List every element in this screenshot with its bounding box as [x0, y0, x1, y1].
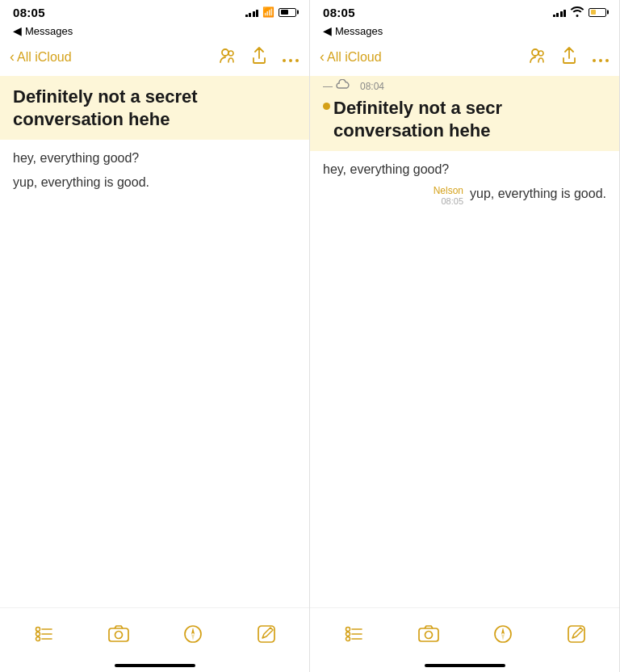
- svg-point-20: [599, 59, 602, 62]
- pencil-icon-left[interactable]: [258, 625, 275, 643]
- note-message-1-left: hey, everything good?: [13, 149, 296, 167]
- svg-point-24: [346, 627, 350, 631]
- back-arrow-icon-left: ◀: [13, 24, 22, 37]
- svg-marker-32: [501, 634, 505, 640]
- status-icons-left: 📶: [245, 6, 297, 18]
- checklist-icon-right[interactable]: [344, 624, 363, 644]
- nav-back-left[interactable]: ‹ All iCloud: [10, 49, 72, 65]
- svg-rect-11: [109, 628, 128, 641]
- nav-icons-right: [529, 47, 610, 69]
- dash-icon: —: [323, 81, 333, 92]
- messages-back-label-right: Messages: [335, 25, 383, 37]
- timestamp-icons: —: [323, 79, 350, 94]
- sender-name-right: Nelson: [434, 185, 463, 196]
- status-bar-right: 08:05: [310, 0, 619, 23]
- nav-back-right[interactable]: ‹ All iCloud: [320, 49, 382, 65]
- all-icloud-label-left[interactable]: All iCloud: [17, 50, 72, 65]
- chevron-left-icon-left: ‹: [10, 48, 15, 65]
- battery-icon-right: [589, 8, 606, 17]
- note-content-left: hey, everything good? yup, everything is…: [0, 140, 309, 208]
- svg-marker-15: [191, 634, 195, 640]
- messages-back-label-left: Messages: [25, 25, 73, 37]
- all-icloud-label-right[interactable]: All iCloud: [327, 50, 382, 65]
- back-arrow-icon-right: ◀: [323, 24, 332, 37]
- svg-point-18: [538, 51, 543, 56]
- people-icon-left[interactable]: [219, 48, 237, 68]
- messages-back-right[interactable]: ◀ Messages: [310, 23, 619, 40]
- online-dot: [323, 103, 330, 110]
- note-header-right: — 08:04 Definitely not a secr conversati…: [310, 76, 619, 151]
- signal-bars-left: [245, 8, 259, 17]
- camera-icon-left[interactable]: [108, 625, 129, 643]
- svg-point-26: [346, 636, 350, 640]
- note-title-right: Definitely not a secr conversation hehe: [333, 97, 502, 141]
- sender-time-right: 08:05: [434, 196, 463, 206]
- svg-marker-31: [501, 628, 505, 634]
- share-icon-right[interactable]: [561, 47, 577, 69]
- svg-point-21: [605, 59, 609, 62]
- note-message-1-right: hey, everything good?: [323, 161, 606, 178]
- svg-point-17: [532, 49, 538, 56]
- note-title-left: Definitely not a secret conversation heh…: [13, 86, 296, 130]
- messages-back-left[interactable]: ◀ Messages: [0, 23, 309, 40]
- svg-point-29: [425, 631, 432, 638]
- svg-point-7: [36, 627, 40, 631]
- wifi-icon-left: 📶: [262, 6, 274, 18]
- status-icons-right: [553, 6, 607, 19]
- svg-point-0: [222, 49, 228, 56]
- cloud-sync-icon: [336, 79, 350, 94]
- battery-icon-left: [279, 8, 296, 17]
- note-message-2-right: yup, everything is good.: [470, 185, 606, 203]
- signal-bars-right: [553, 8, 567, 17]
- home-indicator-right: [425, 664, 505, 667]
- wifi-icon-right: [570, 6, 584, 19]
- note-message-2-left: yup, everything is good.: [13, 174, 296, 191]
- pencil-icon-right[interactable]: [568, 625, 585, 643]
- more-icon-right[interactable]: [592, 48, 610, 67]
- svg-point-5: [36, 632, 40, 636]
- nav-bar-right: ‹ All iCloud: [310, 40, 619, 76]
- nav-icons-left: [219, 47, 300, 69]
- compass-icon-right[interactable]: [493, 624, 513, 644]
- more-icon-left[interactable]: [282, 48, 300, 67]
- svg-point-3: [289, 59, 292, 62]
- svg-point-22: [346, 632, 350, 636]
- chevron-left-icon-right: ‹: [320, 48, 325, 65]
- note-message-2-row-right: Nelson 08:05 yup, everything is good.: [323, 185, 606, 206]
- note-timestamp-row: — 08:04: [323, 79, 606, 94]
- bottom-toolbar-left: [0, 607, 309, 672]
- svg-point-9: [36, 636, 40, 640]
- people-icon-right[interactable]: [529, 48, 547, 68]
- compass-icon-left[interactable]: [183, 624, 203, 644]
- status-time-left: 08:05: [13, 6, 45, 19]
- home-indicator-left: [115, 664, 195, 667]
- status-bar-left: 08:05 📶: [0, 0, 309, 23]
- camera-icon-right[interactable]: [418, 625, 439, 643]
- svg-point-19: [593, 59, 596, 62]
- svg-point-12: [115, 631, 122, 638]
- sync-time: 08:04: [360, 81, 384, 92]
- svg-point-1: [228, 51, 233, 56]
- status-time-right: 08:05: [323, 6, 355, 19]
- note-title-row-right: Definitely not a secr conversation hehe: [323, 97, 606, 141]
- share-icon-left[interactable]: [251, 47, 267, 69]
- bottom-toolbar-right: [310, 607, 619, 672]
- note-content-right: hey, everything good? Nelson 08:05 yup, …: [310, 151, 619, 222]
- note-header-left: Definitely not a secret conversation heh…: [0, 76, 309, 140]
- svg-rect-28: [419, 628, 438, 641]
- svg-point-4: [295, 59, 299, 62]
- right-panel: 08:05 ◀ Messages ‹ All iCloud: [310, 0, 620, 672]
- left-panel: 08:05 📶 ◀ Messages ‹ All iCloud: [0, 0, 310, 672]
- nav-bar-left: ‹ All iCloud: [0, 40, 309, 76]
- svg-point-2: [283, 59, 286, 62]
- svg-marker-14: [191, 628, 195, 634]
- checklist-icon-left[interactable]: [34, 624, 53, 644]
